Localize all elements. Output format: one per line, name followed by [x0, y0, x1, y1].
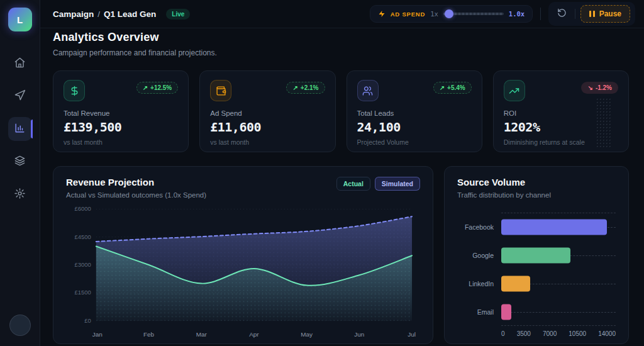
- stat-value: £139,500: [64, 120, 178, 135]
- stat-footnote: vs last month: [210, 138, 325, 146]
- home-icon: [14, 57, 26, 71]
- bar-linkedin: [501, 276, 530, 291]
- divider: [540, 8, 541, 20]
- breadcrumb-page: Q1 Lead Gen: [104, 9, 156, 19]
- trend-arrow: ↘: [587, 84, 592, 91]
- delta-value: +12.5%: [150, 84, 172, 91]
- bar-axis: 0350070001050014000: [501, 326, 616, 337]
- revenue-projection-panel: Revenue Projection Actual vs Simulated o…: [53, 166, 433, 344]
- legend-chip-simulated[interactable]: Simulated: [375, 177, 420, 191]
- revenue-panel-subtitle: Actual vs Simulated outcomes (1.0x Spend…: [66, 191, 206, 199]
- source-panel-subtitle: Traffic distribution by channel: [457, 191, 551, 199]
- app-logo: L: [8, 8, 32, 31]
- charts-row: Revenue Projection Actual vs Simulated o…: [53, 166, 629, 344]
- bar-row: Email: [457, 298, 616, 326]
- playback-controls: Pause: [548, 2, 635, 26]
- layers-icon: [14, 155, 26, 169]
- sidebar: L: [0, 0, 40, 346]
- stat-card-total-leads: ↗+5.4% Total Leads 24,100 Projected Volu…: [347, 70, 482, 152]
- rotate-ccw-icon: [557, 8, 567, 20]
- bar-email: [501, 304, 511, 320]
- trend-arrow: ↗: [440, 84, 445, 91]
- source-panel-title: Source Volume: [457, 177, 551, 187]
- pause-button[interactable]: Pause: [580, 5, 630, 23]
- svg-text:Jun: Jun: [354, 331, 364, 338]
- svg-text:Mar: Mar: [196, 331, 208, 338]
- trend-arrow: ↗: [292, 84, 297, 91]
- legend-chip-actual[interactable]: Actual: [336, 177, 370, 191]
- cursor-pointer-icon: [14, 89, 26, 104]
- stat-card-roi: ↘-1.2% ROI 1202% Diminishing returns at …: [493, 70, 629, 152]
- sidebar-item-settings[interactable]: [8, 182, 32, 206]
- svg-text:Feb: Feb: [143, 331, 155, 338]
- sidebar-nav: [8, 52, 32, 206]
- delta-value: +2.1%: [301, 84, 319, 91]
- divider: [575, 9, 575, 19]
- page-title: Analytics Overview: [53, 31, 629, 44]
- bar-category-label: Facebook: [457, 223, 494, 231]
- reset-button[interactable]: [553, 6, 570, 22]
- delta-badge: ↗+5.4%: [433, 82, 472, 94]
- breadcrumb-separator: /: [97, 9, 100, 19]
- active-nav-indicator: [31, 120, 33, 138]
- delta-badge: ↘-1.2%: [581, 82, 618, 94]
- breadcrumb: Campaign / Q1 Lead Gen Live: [53, 9, 190, 20]
- revenue-panel-title: Revenue Projection: [66, 177, 206, 187]
- bar-axis-tick: 7000: [543, 330, 557, 337]
- delta-value: -1.2%: [596, 84, 612, 91]
- main-area: Campaign / Q1 Lead Gen Live AD SPEND 1x …: [40, 0, 644, 346]
- svg-text:£0: £0: [84, 317, 91, 324]
- stat-value: 1202%: [504, 120, 618, 135]
- bar-rows: FacebookGoogleLinkedInEmail: [457, 213, 616, 326]
- topbar-controls: AD SPEND 1x 1.0x Pause: [370, 2, 635, 26]
- bar-axis-tick: 10500: [569, 330, 586, 337]
- stat-value: £11,600: [210, 120, 325, 135]
- user-avatar[interactable]: [9, 315, 31, 336]
- revenue-area-chart: £0£1500£3000£4500£6000JanFebMarAprMayJun…: [66, 203, 420, 340]
- bar-axis-tick: 3500: [517, 330, 531, 337]
- chart-legend: Actual Simulated: [336, 177, 420, 191]
- bar-facebook: [501, 219, 607, 235]
- ad-spend-label: AD SPEND: [391, 11, 426, 18]
- stat-footnote: vs last month: [64, 138, 178, 146]
- svg-text:£6000: £6000: [75, 205, 91, 212]
- sidebar-item-layers[interactable]: [8, 150, 32, 174]
- svg-text:£1500: £1500: [75, 289, 91, 296]
- svg-text:Jan: Jan: [92, 331, 103, 338]
- sidebar-item-home[interactable]: [8, 52, 32, 75]
- bar-row: Google: [457, 241, 616, 269]
- live-status-badge: Live: [166, 9, 190, 20]
- delta-value: +5.4%: [447, 84, 465, 91]
- stat-label: Ad Spend: [210, 109, 325, 117]
- bar-track: [501, 298, 616, 326]
- stat-label: Total Revenue: [64, 109, 178, 117]
- stat-value: 24,100: [357, 120, 472, 135]
- bar-row: Facebook: [457, 213, 616, 241]
- bar-chart-icon: [14, 122, 26, 137]
- bar-category-label: Email: [457, 308, 494, 316]
- breadcrumb-section[interactable]: Campaign: [53, 9, 94, 19]
- trend-arrow: ↗: [143, 84, 148, 91]
- pause-icon: [589, 11, 595, 17]
- stat-label: Total Leads: [357, 109, 472, 117]
- page-content: Analytics Overview Campaign performance …: [40, 28, 644, 346]
- bar-track: [501, 269, 616, 298]
- sidebar-item-analytics[interactable]: [8, 117, 32, 141]
- bar-category-label: Google: [457, 252, 494, 259]
- slider-thumb[interactable]: [445, 9, 453, 18]
- svg-text:£4500: £4500: [75, 233, 91, 240]
- svg-text:Apr: Apr: [249, 331, 259, 338]
- pause-button-label: Pause: [599, 9, 621, 18]
- svg-text:Jul: Jul: [408, 331, 416, 338]
- stats-row: ↗+12.5% Total Revenue £139,500 vs last m…: [53, 70, 629, 152]
- source-volume-panel: Source Volume Traffic distribution by ch…: [444, 166, 629, 344]
- sidebar-item-campaigns[interactable]: [8, 84, 32, 108]
- wallet-icon: [210, 80, 231, 101]
- lightning-bolt-icon: [378, 10, 386, 18]
- svg-text:£3000: £3000: [75, 261, 91, 268]
- topbar: Campaign / Q1 Lead Gen Live AD SPEND 1x …: [40, 0, 644, 28]
- bar-gridline: [501, 312, 616, 313]
- ad-spend-slider[interactable]: [443, 9, 504, 18]
- bar-google: [501, 247, 570, 263]
- app-root: L Campaign /: [0, 0, 644, 346]
